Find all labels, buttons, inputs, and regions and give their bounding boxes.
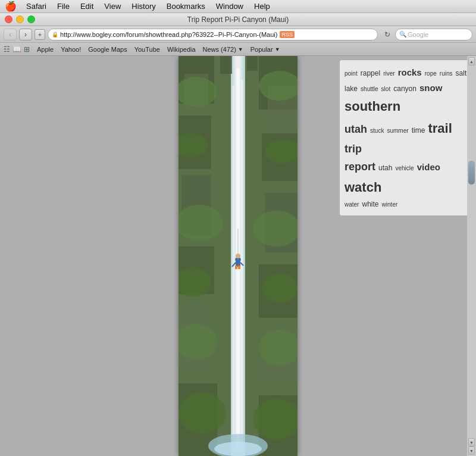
svg-rect-38 (238, 266, 240, 269)
bookmark-wikipedia[interactable]: Wikipedia (165, 45, 198, 54)
tag-trail[interactable]: trail (428, 121, 452, 136)
refresh-icon: ↻ (384, 30, 390, 39)
close-button[interactable] (5, 15, 12, 23)
navigation-toolbar: ‹ › + 🔒 http://www.bogley.com/forum/show… (0, 26, 476, 43)
bookmark-apple[interactable]: Apple (35, 45, 56, 54)
tag-stuck[interactable]: stuck (370, 127, 384, 134)
tag-utah[interactable]: utah (345, 123, 367, 135)
bookmark-popular[interactable]: Popular▼ (248, 45, 283, 54)
svg-point-39 (236, 254, 240, 258)
svg-rect-33 (220, 56, 232, 74)
tag-point[interactable]: point (345, 70, 358, 77)
tag-salt[interactable]: salt (456, 69, 467, 77)
menu-help[interactable]: Help (249, 1, 275, 11)
bookmark-news[interactable]: News (472)▼ (201, 45, 246, 54)
tag-lake[interactable]: lake (345, 85, 358, 93)
search-box[interactable]: 🔍 Google (395, 29, 472, 40)
back-button[interactable]: ‹ (4, 29, 17, 40)
toolbar-icons: ☷ 📖 ⊞ (4, 45, 30, 54)
tag-rocks[interactable]: rocks (398, 67, 422, 77)
tag-report[interactable]: report (345, 161, 375, 173)
tag-rope[interactable]: rope (425, 70, 437, 77)
svg-point-22 (262, 273, 298, 303)
bookmark-yahoo[interactable]: Yahoo! (58, 45, 83, 54)
bookmarks-bar: ☷ 📖 ⊞ Apple Yahoo! Google Maps YouTube W… (0, 43, 476, 56)
scroll-thumb[interactable] (468, 161, 475, 185)
back-arrow-icon: ‹ (9, 30, 11, 39)
window-controls (5, 15, 35, 23)
lock-icon: 🔒 (52, 32, 58, 38)
grid-icon[interactable]: ⊞ (24, 45, 30, 54)
menu-edit[interactable]: Edit (76, 1, 98, 11)
apple-menu[interactable]: 🍎 (5, 1, 17, 12)
menu-bookmarks[interactable]: Bookmarks (162, 1, 210, 11)
title-bar: Trip Report Pi-Pi Canyon (Maui) (0, 13, 476, 26)
refresh-button[interactable]: ↻ (382, 29, 393, 40)
svg-rect-34 (247, 56, 258, 71)
menu-bar: 🍎 Safari File Edit View History Bookmark… (0, 0, 476, 13)
svg-rect-37 (235, 266, 237, 269)
tag-winter[interactable]: winter (382, 201, 398, 208)
scroll-down-button[interactable]: ▼ (468, 438, 475, 446)
add-tab-button[interactable]: + (35, 29, 45, 40)
main-content: point rappel river rocks rope ruins salt… (0, 56, 476, 456)
address-text: http://www.bogley.com/forum/showthread.p… (53, 31, 277, 38)
tag-summer[interactable]: summer (387, 127, 408, 134)
bookmark-google-maps[interactable]: Google Maps (86, 45, 129, 54)
window-title: Trip Report Pi-Pi Canyon (Maui) (187, 15, 289, 24)
tag-ruins[interactable]: ruins (440, 70, 453, 77)
right-sidebar: point rappel river rocks rope ruins salt… (339, 56, 476, 456)
rss-badge[interactable]: RSS (280, 31, 295, 38)
address-bar[interactable]: 🔒 http://www.bogley.com/forum/showthread… (48, 29, 378, 40)
tag-vehicle[interactable]: vehicle (396, 165, 414, 171)
menu-window[interactable]: Window (211, 1, 248, 11)
tag-rappel[interactable]: rappel (361, 69, 380, 77)
tag-time[interactable]: time (412, 126, 425, 135)
menu-view[interactable]: View (99, 1, 126, 11)
tag-canyon[interactable]: canyon (393, 85, 416, 93)
tag-southern[interactable]: southern (345, 99, 400, 114)
tag-cloud: point rappel river rocks rope ruins salt… (339, 60, 474, 216)
tag-snow[interactable]: snow (419, 83, 442, 93)
tag-utah2[interactable]: utah (378, 164, 392, 172)
search-placeholder: Google (408, 31, 428, 38)
svg-point-25 (178, 392, 226, 434)
search-icon: 🔍 (399, 31, 406, 38)
svg-point-32 (214, 442, 262, 456)
plus-icon: + (38, 31, 42, 38)
tag-watch[interactable]: watch (345, 180, 381, 195)
waterfall-image (178, 56, 298, 456)
reader-icon[interactable]: 📖 (12, 45, 21, 54)
tag-video[interactable]: video (417, 162, 440, 172)
scroll-bottom-button[interactable]: ▼ (468, 446, 475, 455)
tag-trip[interactable]: trip (345, 143, 362, 155)
center-content (137, 56, 339, 456)
forward-button[interactable]: › (19, 29, 32, 40)
sidebar-toggle-icon[interactable]: ☷ (4, 45, 10, 54)
tag-shuttle[interactable]: shuttle (361, 86, 378, 92)
menu-safari[interactable]: Safari (21, 1, 51, 11)
tag-white[interactable]: white (362, 200, 379, 208)
tag-water[interactable]: water (345, 201, 359, 208)
tag-slot[interactable]: slot (381, 86, 391, 92)
menu-file[interactable]: File (52, 1, 74, 11)
left-sidebar (0, 56, 137, 456)
minimize-button[interactable] (16, 15, 24, 23)
maximize-button[interactable] (27, 15, 35, 23)
bookmark-youtube[interactable]: YouTube (132, 45, 162, 54)
forward-arrow-icon: › (24, 30, 27, 39)
menu-history[interactable]: History (127, 1, 160, 11)
tag-river[interactable]: river (383, 70, 394, 77)
scrollbar[interactable]: ▲ ▼ ▼ (467, 56, 476, 456)
scroll-up-button[interactable]: ▲ (468, 57, 475, 65)
